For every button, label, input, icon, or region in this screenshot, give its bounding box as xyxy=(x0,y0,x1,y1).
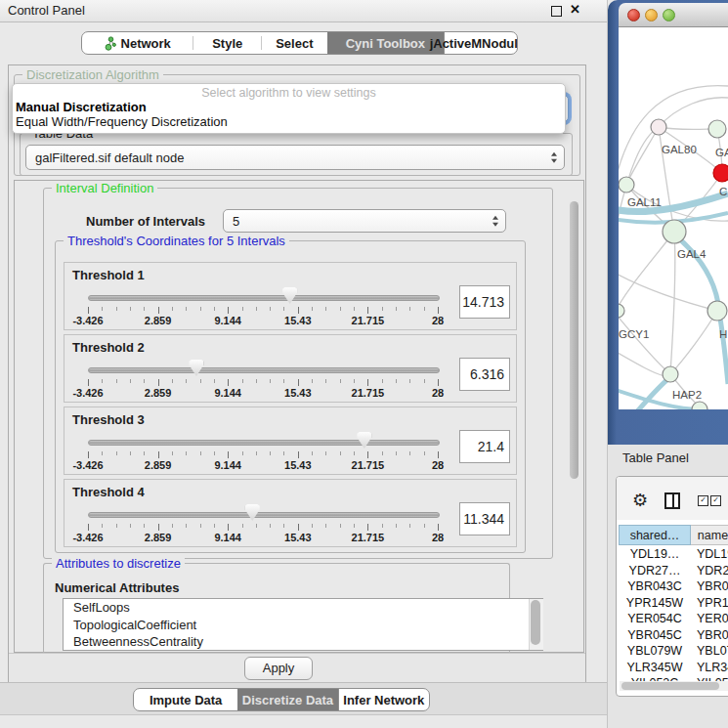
close-panel-icon[interactable]: ✕ xyxy=(570,2,580,17)
tab-cyni-toolbox[interactable]: Cyni Toolbox xyxy=(327,32,444,54)
slider-tick xyxy=(409,379,410,383)
table-row[interactable]: YBR043CYBR043C xyxy=(619,578,728,595)
attribute-item-topologicalcoefficient[interactable]: TopologicalCoefficient xyxy=(64,617,542,634)
slider-tick xyxy=(382,379,383,383)
slider-tick xyxy=(312,307,313,311)
control-panel-window: Control Panel ✕ Network Style xyxy=(0,0,608,728)
tab-style[interactable]: Style xyxy=(193,32,261,54)
threshold-2-slider-thumb[interactable] xyxy=(189,360,203,376)
node-gal11[interactable] xyxy=(619,177,634,193)
slider-tick-label: 28 xyxy=(432,387,444,399)
attributes-group-title: Attributes to discretize xyxy=(52,556,185,571)
threshold-3-value-field[interactable]: 21.4 xyxy=(459,430,510,463)
slider-tick-label: 2.859 xyxy=(145,387,172,399)
node-label-gal80: GAL80 xyxy=(662,144,697,155)
tab-select[interactable]: Select xyxy=(262,32,327,54)
tab-network[interactable]: Network xyxy=(82,32,193,54)
slider-tick xyxy=(116,307,117,311)
zoom-window-icon[interactable] xyxy=(663,9,675,21)
tab-jactivemnodules[interactable]: jActiveMNodules xyxy=(444,32,517,54)
column-header-name[interactable]: name xyxy=(691,525,728,545)
threshold-2-slider-track[interactable] xyxy=(88,367,440,373)
number-of-intervals-combo[interactable]: 5 xyxy=(223,209,506,233)
numerical-attributes-list[interactable]: SelfLoopsTopologicalCoefficientBetweenne… xyxy=(63,598,543,651)
bottom-tabbar: Impute Data Discretize Data Infer Networ… xyxy=(133,688,430,711)
attribute-item-betweennesscentrality[interactable]: BetweennessCentrality xyxy=(64,633,542,651)
table-row[interactable]: YBR045CYBR045C xyxy=(619,627,728,644)
slider-tick xyxy=(130,307,131,311)
slider-tick xyxy=(325,307,326,311)
cell-name: YER054C xyxy=(691,611,728,627)
close-window-icon[interactable] xyxy=(627,9,640,21)
float-window-icon[interactable] xyxy=(551,6,562,17)
slider-tick xyxy=(88,379,89,386)
threshold-4-slider-track[interactable] xyxy=(88,512,440,518)
table-row[interactable]: YER054CYER054C xyxy=(619,611,728,627)
slider-tick xyxy=(340,379,341,383)
slider-tick-label: 15.43 xyxy=(284,532,312,543)
threshold-4-value-field[interactable]: 11.344 xyxy=(459,502,510,535)
cell-name: YBR043C xyxy=(691,578,728,595)
table-data-combo[interactable]: galFiltered.sif default node xyxy=(25,145,565,170)
cell-name: YLR345W xyxy=(691,660,728,676)
tab-discretize-data[interactable]: Discretize Data xyxy=(237,689,337,710)
select-columns-icon[interactable]: ✓ xyxy=(698,495,708,506)
slider-tick xyxy=(396,379,397,383)
slider-tick xyxy=(228,451,229,458)
slider-tick xyxy=(325,524,326,528)
column-header-shared-name[interactable]: shared… xyxy=(619,525,691,545)
slider-tick xyxy=(102,307,103,311)
table-row[interactable]: YDR27…YDR27 xyxy=(619,563,728,579)
slider-tick xyxy=(144,524,145,528)
table-row[interactable]: YBL079WYBL079W xyxy=(619,643,728,660)
algorithm-option-equal-width-frequency[interactable]: Equal Width/Frequency Discretization xyxy=(16,114,228,129)
slider-tick xyxy=(102,379,103,383)
node-gcy1[interactable] xyxy=(619,304,624,318)
node-hap2[interactable] xyxy=(663,366,678,382)
threshold-2-value-field[interactable]: 6.316 xyxy=(459,358,510,391)
network-canvas[interactable]: GAL80 GA C GAL11 GAL4 GCY1 H HAP2 xyxy=(619,27,728,409)
slider-tick xyxy=(298,524,299,531)
node-h[interactable] xyxy=(707,301,727,321)
apply-button[interactable]: Apply xyxy=(244,657,313,680)
threshold-1-value-field[interactable]: 14.713 xyxy=(459,285,510,319)
node-label-ga: GA xyxy=(715,147,728,158)
node-gal4[interactable] xyxy=(663,220,686,243)
slider-tick xyxy=(186,524,187,528)
tab-infer-network[interactable]: Infer Network xyxy=(338,689,429,710)
table-row[interactable]: YPR145WYPR145W xyxy=(619,595,728,612)
slider-tick xyxy=(256,379,257,383)
split-columns-icon[interactable] xyxy=(664,492,680,509)
table-row[interactable]: YDL19…YDL19 xyxy=(619,546,728,563)
threshold-1-slider-track[interactable] xyxy=(88,295,440,301)
node-gal80[interactable] xyxy=(651,119,666,135)
node-selected-red[interactable] xyxy=(713,164,728,182)
tab-impute-data[interactable]: Impute Data xyxy=(134,689,237,710)
slider-tick-label: -3.426 xyxy=(72,459,103,471)
gear-icon[interactable]: ⚙ xyxy=(632,490,648,511)
slider-tick xyxy=(116,524,117,528)
select-columns-icon-2[interactable]: ✓ xyxy=(710,495,721,506)
algorithm-option-manual-discretization[interactable]: Manual Discretization xyxy=(16,100,147,114)
threshold-3-slider-track[interactable] xyxy=(88,440,440,446)
slider-tick xyxy=(214,307,215,311)
attributes-list-scrollbar-thumb[interactable] xyxy=(531,600,540,645)
slider-tick xyxy=(172,451,173,455)
slider-tick xyxy=(367,307,368,314)
slider-tick xyxy=(88,524,89,531)
table-row[interactable]: YLR345WYLR345W xyxy=(619,660,728,676)
threshold-4-slider-thumb[interactable] xyxy=(245,504,260,521)
node-top-right[interactable] xyxy=(708,120,726,138)
threshold-2-label: Threshold 2 xyxy=(72,340,145,355)
slider-tick xyxy=(214,379,215,383)
slider-tick-label: 15.43 xyxy=(284,387,312,399)
settings-vertical-scrollbar[interactable] xyxy=(570,201,578,479)
slider-tick xyxy=(242,451,243,455)
attribute-item-selfloops[interactable]: SelfLoops xyxy=(64,599,542,617)
slider-tick xyxy=(256,451,257,455)
threshold-3-slider-thumb[interactable] xyxy=(357,432,371,449)
minimize-window-icon[interactable] xyxy=(645,9,658,21)
slider-tick xyxy=(116,379,117,383)
threshold-1-slider-thumb[interactable] xyxy=(282,287,297,304)
table-hscrollbar-thumb[interactable] xyxy=(621,682,719,690)
